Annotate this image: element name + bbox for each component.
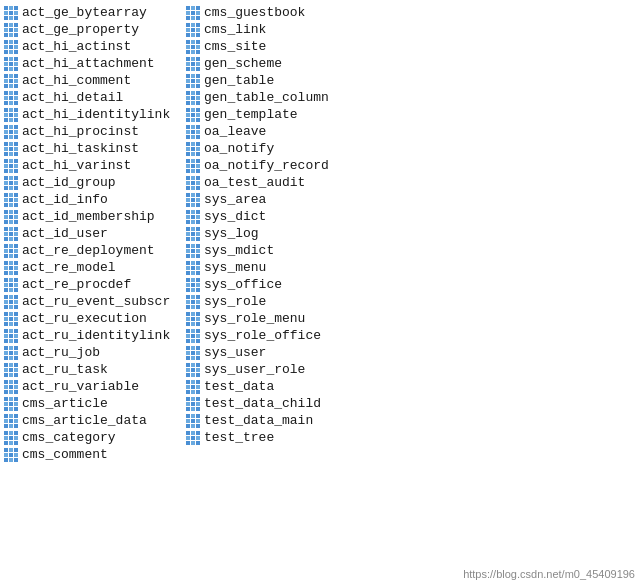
svg-rect-387: [186, 278, 190, 282]
list-item[interactable]: sys_mdict: [184, 242, 362, 259]
table-name: sys_office: [204, 277, 282, 292]
svg-rect-272: [196, 57, 200, 61]
list-item[interactable]: sys_office: [184, 276, 362, 293]
svg-rect-354: [186, 215, 190, 219]
svg-rect-13: [9, 28, 13, 32]
svg-rect-353: [196, 210, 200, 214]
list-item[interactable]: gen_scheme: [184, 55, 362, 72]
list-item[interactable]: act_id_group: [2, 174, 180, 191]
svg-rect-472: [191, 436, 195, 440]
list-item[interactable]: act_id_membership: [2, 208, 180, 225]
list-item[interactable]: sys_menu: [184, 259, 362, 276]
svg-rect-117: [4, 227, 8, 231]
list-item[interactable]: sys_user: [184, 344, 362, 361]
svg-rect-225: [4, 431, 8, 435]
svg-rect-181: [9, 346, 13, 350]
svg-rect-364: [191, 232, 195, 236]
svg-rect-185: [14, 351, 18, 355]
list-item[interactable]: act_ru_event_subscr: [2, 293, 180, 310]
table-icon: [186, 278, 200, 292]
list-item[interactable]: act_hi_detail: [2, 89, 180, 106]
list-item[interactable]: act_ru_job: [2, 344, 180, 361]
table-icon: [186, 108, 200, 122]
svg-rect-229: [9, 436, 13, 440]
list-item[interactable]: sys_role_office: [184, 327, 362, 344]
svg-rect-458: [196, 407, 200, 411]
list-item[interactable]: act_hi_comment: [2, 72, 180, 89]
list-item[interactable]: act_ge_property: [2, 21, 180, 38]
svg-rect-455: [196, 402, 200, 406]
list-item[interactable]: sys_dict: [184, 208, 362, 225]
svg-rect-97: [9, 186, 13, 190]
list-item[interactable]: act_re_model: [2, 259, 180, 276]
list-item[interactable]: act_ru_variable: [2, 378, 180, 395]
svg-rect-257: [196, 28, 200, 32]
list-item[interactable]: act_hi_varinst: [2, 157, 180, 174]
list-item[interactable]: sys_log: [184, 225, 362, 242]
table-name: sys_menu: [204, 260, 266, 275]
list-item[interactable]: act_hi_attachment: [2, 55, 180, 72]
svg-rect-396: [186, 295, 190, 299]
list-item[interactable]: act_ru_identitylink: [2, 327, 180, 344]
svg-rect-290: [196, 91, 200, 95]
list-item[interactable]: cms_site: [184, 38, 362, 55]
svg-rect-446: [196, 385, 200, 389]
list-item[interactable]: test_tree: [184, 429, 362, 446]
svg-rect-357: [186, 220, 190, 224]
list-item[interactable]: gen_template: [184, 106, 362, 123]
svg-rect-280: [191, 74, 195, 78]
list-item[interactable]: act_re_deployment: [2, 242, 180, 259]
svg-rect-216: [4, 414, 8, 418]
list-item[interactable]: cms_category: [2, 429, 180, 446]
list-item[interactable]: act_hi_identitylink: [2, 106, 180, 123]
svg-rect-134: [14, 254, 18, 258]
table-name: test_data_main: [204, 413, 313, 428]
svg-rect-335: [196, 176, 200, 180]
svg-rect-461: [196, 414, 200, 418]
table-name: act_ru_job: [22, 345, 100, 360]
list-item[interactable]: test_data_child: [184, 395, 362, 412]
list-item[interactable]: sys_role_menu: [184, 310, 362, 327]
svg-rect-54: [4, 108, 8, 112]
svg-rect-240: [4, 458, 8, 462]
list-item[interactable]: gen_table: [184, 72, 362, 89]
list-item[interactable]: act_hi_procinst: [2, 123, 180, 140]
list-item[interactable]: cms_comment: [2, 446, 180, 463]
list-item[interactable]: act_re_procdef: [2, 276, 180, 293]
list-item[interactable]: gen_table_column: [184, 89, 362, 106]
svg-rect-48: [4, 96, 8, 100]
list-item[interactable]: cms_article: [2, 395, 180, 412]
list-item[interactable]: oa_leave: [184, 123, 362, 140]
list-item[interactable]: test_data: [184, 378, 362, 395]
svg-rect-214: [9, 407, 13, 411]
list-item[interactable]: cms_link: [184, 21, 362, 38]
list-item[interactable]: sys_user_role: [184, 361, 362, 378]
list-item[interactable]: act_id_info: [2, 191, 180, 208]
list-item[interactable]: act_ru_task: [2, 361, 180, 378]
list-item[interactable]: sys_role: [184, 293, 362, 310]
svg-rect-102: [4, 198, 8, 202]
svg-rect-138: [4, 266, 8, 270]
list-item[interactable]: sys_area: [184, 191, 362, 208]
svg-rect-96: [4, 186, 8, 190]
list-item[interactable]: act_ge_bytearray: [2, 4, 180, 21]
list-item[interactable]: act_hi_actinst: [2, 38, 180, 55]
svg-rect-23: [14, 45, 18, 49]
list-item[interactable]: act_hi_taskinst: [2, 140, 180, 157]
svg-rect-372: [186, 249, 190, 253]
list-item[interactable]: oa_notify: [184, 140, 362, 157]
svg-rect-165: [4, 317, 8, 321]
svg-rect-377: [196, 254, 200, 258]
list-item[interactable]: act_ru_execution: [2, 310, 180, 327]
list-item[interactable]: act_id_user: [2, 225, 180, 242]
svg-rect-443: [196, 380, 200, 384]
list-item[interactable]: oa_notify_record: [184, 157, 362, 174]
svg-rect-285: [186, 84, 190, 88]
list-item[interactable]: oa_test_audit: [184, 174, 362, 191]
svg-rect-383: [196, 266, 200, 270]
list-item[interactable]: test_data_main: [184, 412, 362, 429]
svg-rect-282: [186, 79, 190, 83]
svg-rect-356: [196, 215, 200, 219]
list-item[interactable]: cms_guestbook: [184, 4, 362, 21]
list-item[interactable]: cms_article_data: [2, 412, 180, 429]
